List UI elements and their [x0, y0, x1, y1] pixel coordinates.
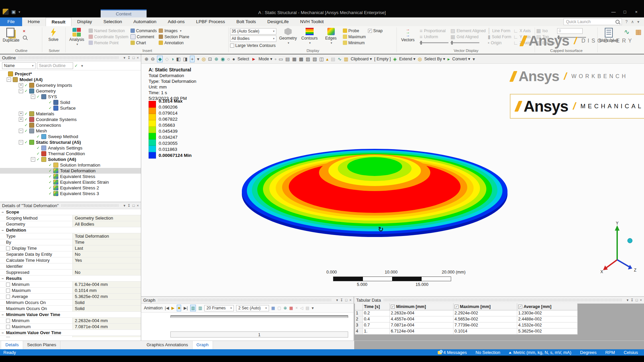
tab-home[interactable]: Home	[22, 17, 46, 26]
search-outline-input[interactable]: Search Outline	[37, 62, 73, 69]
details-row[interactable]: − Identifier	[0, 263, 141, 269]
expander-icon[interactable]: +	[19, 83, 23, 87]
commands-button[interactable]: Commands	[130, 28, 157, 33]
section-plane-view-icon[interactable]: ◑	[171, 56, 174, 62]
details-row[interactable]: − Minimum 2.2924e-002 mm	[0, 336, 141, 337]
details-row[interactable]: − Display Time Last	[0, 245, 141, 251]
legend-grid-icon[interactable]: ▦	[289, 305, 293, 311]
select-node-icon[interactable]: ▩	[299, 56, 303, 62]
skip-to-start-icon[interactable]: |◀	[165, 305, 169, 311]
details-row[interactable]: − Maximum Value Over Time	[0, 330, 141, 336]
tree-item[interactable]: + ✓ Geometry Imports	[0, 82, 141, 88]
tree-item[interactable]: − ✓ Geometry	[0, 88, 141, 94]
select-by-button[interactable]: Select By ▾	[424, 56, 445, 61]
bottom-button[interactable]: ▥Bottom	[536, 40, 555, 45]
panel-close-icon[interactable]: ×	[137, 203, 139, 207]
stop-icon[interactable]: ■	[177, 305, 181, 311]
select-body-icon[interactable]: ▦	[292, 56, 297, 62]
details-row[interactable]: − Minimum 6.7124e-004 mm	[0, 282, 141, 288]
temperature-status[interactable]: Celsius	[624, 350, 638, 355]
clipboard-icon[interactable]: ▥	[344, 56, 348, 62]
details-row[interactable]: − Minimum Value Over Time	[0, 312, 141, 318]
analysis-button[interactable]: Analysis	[67, 27, 87, 49]
tree-item[interactable]: ✓ Equivalent Stress 3	[0, 191, 141, 196]
annotation-button[interactable]: Annotation	[159, 40, 189, 45]
duplicate-button[interactable]: Duplicate	[1, 27, 21, 49]
contours-button[interactable]: Contours	[300, 27, 319, 49]
grid-density-slider[interactable]	[450, 42, 479, 43]
tree-item[interactable]: ✓ Equivalent Stress 2	[0, 185, 141, 191]
details-row[interactable]: − Maximum 0.1014 mm	[0, 288, 141, 294]
tab-bolt-tools[interactable]: Bolt Tools	[231, 17, 262, 26]
tabular-button[interactable]: ▦	[634, 27, 643, 54]
zoom-box-icon[interactable]: ⊡	[208, 56, 212, 62]
previous-view-icon[interactable]: ◧	[176, 56, 181, 62]
category-collapse-icon[interactable]: −	[0, 277, 5, 281]
select-edge-icon[interactable]: ▭	[279, 56, 283, 62]
tree-item[interactable]: ✓ Solution Information	[0, 162, 141, 168]
checkbox-icon[interactable]	[6, 246, 10, 250]
next-zoom-icon[interactable]: ●	[232, 56, 235, 62]
details-row[interactable]: − Geometry All Bodies	[0, 221, 141, 227]
expander-icon[interactable]: −	[31, 95, 35, 99]
units-status[interactable]: Metric (mm, kg, N, s, mV, mA)	[509, 350, 571, 355]
panel-close-icon[interactable]: ×	[350, 298, 352, 302]
panel-pin-icon[interactable]: ↧	[127, 203, 130, 208]
rpm-status[interactable]: RPM	[605, 350, 615, 355]
result-distribution-icon[interactable]: ▥	[190, 305, 196, 311]
tabular-data-row[interactable]: 3 0.7 7.0871e-004 7.7739e-002 4.1532e-00…	[355, 322, 578, 328]
solve-button[interactable]: Solve	[44, 27, 63, 49]
line-form-button[interactable]: │Line Form	[488, 28, 511, 33]
details-row[interactable]: − Minimum Occurs On Solid	[0, 300, 141, 306]
panel-maximize-icon[interactable]: □	[132, 203, 135, 207]
tabular-column-header[interactable]: ✓ Average [mm]	[517, 303, 578, 310]
category-collapse-icon[interactable]: −	[0, 210, 5, 214]
checkbox-icon[interactable]	[6, 289, 10, 293]
checkbox-icon[interactable]	[6, 325, 10, 329]
details-row[interactable]: − Results	[0, 276, 141, 282]
graph-button[interactable]: ∿	[622, 27, 632, 54]
play-icon[interactable]: ▶	[171, 305, 174, 311]
select-label[interactable]: Select	[237, 57, 249, 61]
panel-caret-icon[interactable]: ▾	[627, 298, 629, 302]
column-checkbox-icon[interactable]: ✓	[391, 305, 395, 309]
zoom-graph-icon[interactable]: ⊕	[283, 305, 287, 311]
convert-icon[interactable]: ▸	[447, 56, 450, 62]
tree-item[interactable]: ✓ Thermal Condition	[0, 151, 141, 157]
expander-icon[interactable]: +	[19, 117, 23, 122]
named-selection-button[interactable]: Named Selection	[89, 28, 128, 33]
solid-form-button[interactable]: ▮Solid Form	[488, 34, 511, 39]
select-element-icon[interactable]: ▨	[306, 56, 310, 62]
details-row[interactable]: − Separate Data by Entity No	[0, 251, 141, 257]
probe-button[interactable]: Probe	[343, 28, 366, 33]
panel-maximize-icon[interactable]: □	[132, 56, 135, 60]
expander-icon[interactable]: −	[7, 77, 11, 82]
tab-result[interactable]: Result	[46, 17, 71, 26]
quick-launch-input[interactable]: Quick Launch	[564, 18, 622, 25]
panel-caret-icon[interactable]: ▾	[336, 298, 338, 302]
tab-details[interactable]: Details	[1, 341, 23, 350]
panel-pin-icon[interactable]: ↧	[340, 298, 343, 302]
recenter-icon[interactable]: ◎	[202, 56, 206, 62]
restore-button[interactable]: □	[619, 8, 631, 16]
tree-item[interactable]: − ✓ Mesh	[0, 128, 141, 134]
time-distribution-icon[interactable]: ▥	[198, 305, 202, 311]
tabular-data-row[interactable]: 1 0.2 2.2632e-004 2.2924e-002 1.2303e-00…	[355, 310, 578, 316]
cut-icon[interactable]: ×	[296, 305, 298, 311]
snap-checkbox[interactable]: ✓Snap	[368, 28, 383, 33]
graph-more-icon[interactable]: ▾	[312, 305, 314, 311]
graphics-viewport[interactable]: A: Static Structural Total Deformation T…	[141, 64, 644, 296]
panel-close-icon[interactable]: ×	[137, 56, 139, 60]
tree-item[interactable]: + ✓ Coordinate Systems	[0, 117, 141, 122]
delete-icon[interactable]: ×	[23, 28, 27, 34]
skip-to-end-icon[interactable]: ▶|	[183, 305, 187, 311]
details-row[interactable]: − Suppressed No	[0, 269, 141, 276]
minimize-button[interactable]: —	[608, 8, 619, 16]
find-icon[interactable]	[23, 36, 27, 40]
expander-icon[interactable]: +	[19, 112, 23, 116]
iso-button[interactable]: ▦Iso	[536, 28, 555, 33]
edges-button[interactable]: Edges	[321, 27, 341, 49]
panel-caret-icon[interactable]: ▾	[123, 203, 125, 208]
tree-item[interactable]: + ✓ Materials	[0, 111, 141, 117]
select-vertex-icon[interactable]: ▫	[275, 56, 276, 62]
